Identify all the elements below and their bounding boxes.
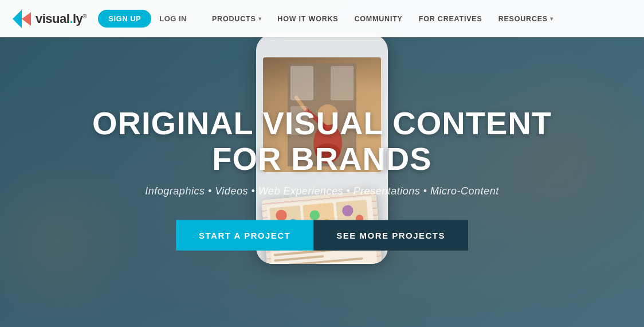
nav-links: PRODUCTS ▾ HOW IT WORKS COMMUNITY FOR CR… [204,0,633,37]
logo-registered: ® [83,13,87,19]
nav-resources-label: RESOURCES [498,15,548,23]
nav-for-creatives-label: FOR CREATIVES [419,15,482,23]
nav-auth: SIGN UP LOG IN [98,10,187,28]
nav-item-resources[interactable]: RESOURCES ▾ [490,0,561,37]
logo-text: visual.ly® [36,11,87,26]
logo-ly: ly [73,11,83,26]
hero-subtitle: Infographics • Videos • Web Experiences … [64,185,580,197]
resources-chevron-icon: ▾ [550,15,553,22]
hero-buttons: START A PROJECT SEE MORE PROJECTS [64,220,580,251]
svg-marker-26 [22,12,31,26]
nav-community-label: COMMUNITY [354,15,402,23]
nav-item-for-creatives[interactable]: FOR CREATIVES [411,0,490,37]
nav-item-community[interactable]: COMMUNITY [346,0,410,37]
see-more-projects-button[interactable]: SEE MORE PROJECTS [313,220,468,251]
svg-rect-6 [290,66,313,100]
nav-products-label: PRODUCTS [212,15,256,23]
navbar: visual.ly® SIGN UP LOG IN PRODUCTS ▾ HOW… [0,0,644,37]
svg-marker-25 [13,10,22,28]
logo-name: visual [36,11,69,26]
nav-how-it-works-label: HOW IT WORKS [277,15,338,23]
hero-content: ORIGINAL VISUAL CONTENT FOR BRANDS Infog… [64,106,580,251]
hero-title: ORIGINAL VISUAL CONTENT FOR BRANDS [64,106,580,176]
hero-section: visual.ly® SIGN UP LOG IN PRODUCTS ▾ HOW… [0,0,644,327]
logo-area: visual.ly® [11,9,87,29]
nav-item-how-it-works[interactable]: HOW IT WORKS [269,0,346,37]
signup-button[interactable]: SIGN UP [98,10,151,28]
products-chevron-icon: ▾ [258,15,262,22]
logo-icon [11,9,32,29]
nav-item-products[interactable]: PRODUCTS ▾ [204,0,269,37]
login-button[interactable]: LOG IN [159,14,187,23]
start-project-button[interactable]: START A PROJECT [176,220,313,251]
svg-rect-7 [331,66,354,100]
